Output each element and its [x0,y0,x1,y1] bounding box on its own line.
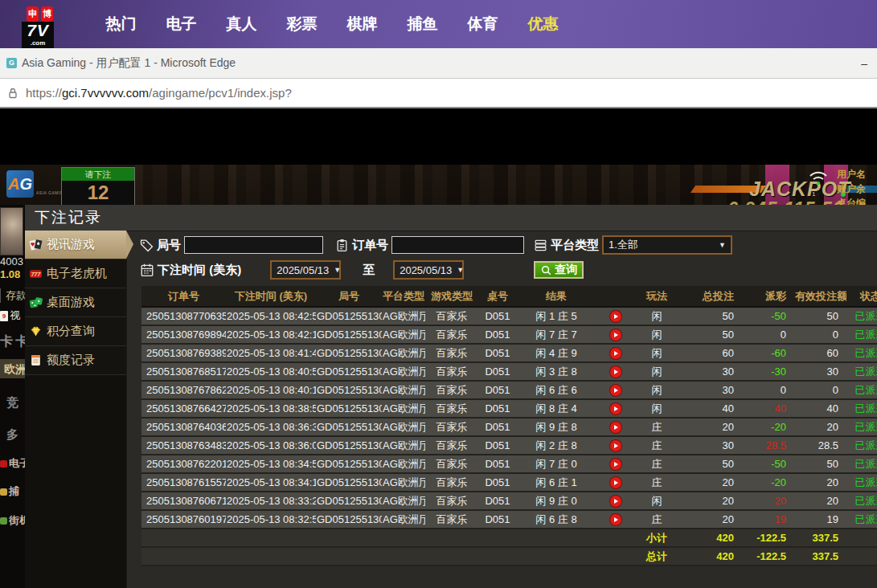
cell-valid-bet: 40 [794,399,846,418]
subtotal-label: 小计 [636,529,678,547]
multi-link[interactable]: 多 [6,427,18,443]
table-header: 订单号 下注时间 (美东) 局号 平台类型 游戏类型 桌号 结果 玩法 总投注 … [141,286,877,307]
cell-table-number: D051 [478,399,517,418]
slots-icon [0,460,7,468]
search-icon [540,264,552,276]
order-number-input[interactable] [391,236,524,254]
address-bar[interactable]: https://gci.7vvvvvv.com/agingame/pcv1/in… [0,79,877,108]
cell-platform: AG欧洲厅 [382,307,425,325]
document-icon [29,353,43,367]
cell-round-number: GD051255130K5 [316,510,382,529]
url-text: https://gci.7vvvvvv.com/agingame/pcv1/in… [26,86,292,100]
sidebar-item-slots[interactable]: 777 电子老虎机 [25,259,126,288]
play-icon [614,351,618,356]
round-number-input[interactable] [184,236,323,254]
replay-button[interactable] [610,496,621,507]
subtotal-payout: -122.5 [742,529,794,547]
cell-platform: AG欧洲厅 [382,344,425,362]
cell-bet-type: 闲 [636,344,678,362]
avatar[interactable] [0,207,23,255]
nav-item-board[interactable]: 棋牌 [332,14,392,35]
cell-valid-bet: 20 [794,473,846,492]
sports-link[interactable]: 竞 [6,395,18,410]
jackpot-label: JACKPOT [749,178,850,201]
replay-button[interactable] [610,329,621,341]
replay-button[interactable] [610,459,621,470]
cell-total-bet: 60 [678,344,742,362]
cell-payout: -50 [742,307,794,325]
cell-bet-type: 庄 [636,473,678,492]
records-table: 订单号 下注时间 (美东) 局号 平台类型 游戏类型 桌号 结果 玩法 总投注 … [141,286,877,566]
screen: { "top_nav": { "logo": { "badge1": "申", … [0,0,877,588]
replay-button[interactable] [610,422,621,433]
replay-button[interactable] [610,348,621,359]
replay-button[interactable] [610,385,621,396]
replay-button[interactable] [610,311,621,322]
cell-platform: AG欧洲厅 [382,362,425,381]
nav-item-lottery[interactable]: 彩票 [272,14,332,35]
fishing-link[interactable]: 捕 [0,484,19,499]
col-payout: 派彩 [742,286,794,307]
cell-platform: AG欧洲厅 [382,473,425,492]
cell-platform: AG欧洲厅 [382,325,425,344]
sidebar-item-points[interactable]: 积分查询 [25,317,126,346]
platform-type-select[interactable]: 1.全部 ▼ [602,235,732,255]
cell-status: 已派彩 [846,436,877,455]
nav-item-fishing[interactable]: 捕鱼 [392,14,453,35]
replay-button[interactable] [610,440,621,451]
cell-payout: -50 [742,455,794,473]
date-from-value: 2025/05/13 [277,264,329,276]
cell-payout: -30 [742,362,794,381]
cell-round-number: GD051255130KF [316,381,382,399]
slot-777-icon: 777 [29,267,43,280]
europe-hall-link[interactable]: 欧洲 [4,362,27,377]
cell-bet-time: 2025-05-13 08:40:15 [226,381,316,399]
replay-button[interactable] [610,477,621,488]
play-icon [614,333,618,337]
replay-button[interactable] [610,366,621,378]
nav-item-sports[interactable]: 体育 [453,14,513,35]
replay-button[interactable] [610,514,621,525]
tag-icon [140,239,154,252]
cell-bet-time: 2025-05-13 08:41:42 [226,344,316,362]
nav-item-slots[interactable]: 电子 [151,14,211,35]
cell-bet-time: 2025-05-13 08:38:53 [226,399,316,418]
table-row: 250513087640368 2025-05-13 08:36:39 GD05… [141,418,877,436]
nav-item-hot[interactable]: 热门 [91,14,151,35]
betting-countdown-tile[interactable]: 请下注 12 [61,167,135,207]
cell-replay [596,436,636,455]
balance-value: 1.08 [0,268,20,280]
deposit-link[interactable]: 存款 [0,288,27,303]
site-logo[interactable]: 申 博 7V .com [22,6,78,48]
ag-logo[interactable]: AG [6,170,34,198]
minimize-button[interactable]: – [858,57,871,70]
nav-item-live[interactable]: 真人 [211,14,272,35]
sidebar-item-label: 额度记录 [47,353,95,368]
col-bet: 玩法 [636,286,678,307]
chevron-down-icon: ▼ [719,241,726,249]
sidebar-item-table-games[interactable]: 桌面游戏 [25,288,126,317]
cell-status: 已派彩 [846,362,877,381]
date-to-select[interactable]: 2025/05/13 ▼ [393,260,464,280]
sidebar-item-credit-log[interactable]: 额度记录 [25,346,126,375]
cell-payout: -60 [742,344,794,362]
cell-platform: AG欧洲厅 [382,492,425,510]
cell-game-type: 百家乐 [425,436,478,455]
cell-replay [596,492,636,510]
platform-list-icon [534,239,547,252]
table-row: 250513087706357 2025-05-13 08:42:50 GD05… [141,307,877,325]
cell-bet-type: 闲 [636,399,678,418]
search-button[interactable]: 查询 [534,261,584,279]
sidebar-item-live-games[interactable]: 视讯游戏 [25,231,126,259]
cell-payout: 20 [742,492,794,510]
replay-button[interactable] [610,403,621,414]
date-from-select[interactable]: 2025/05/13 ▼ [270,260,341,280]
countdown-value: 12 [62,181,134,206]
cell-bet-time: 2025-05-13 08:33:23 [226,492,316,510]
video-games-link[interactable]: 9视 [0,308,20,323]
cell-total-bet: 50 [678,325,742,344]
cell-bet-time: 2025-05-13 08:40:51 [226,362,316,381]
cell-order-number: 250513087606718 [141,492,226,510]
cell-total-bet: 20 [678,473,742,492]
nav-item-promo[interactable]: 优惠 [513,14,573,35]
